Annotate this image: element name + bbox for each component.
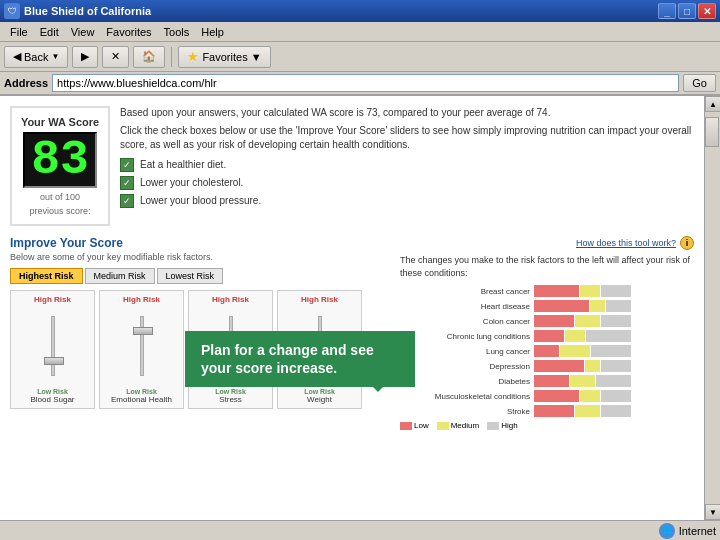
chart-row: Heart disease	[400, 300, 694, 312]
chart-label: Chronic lung conditions	[400, 332, 530, 341]
chart-bar-container	[534, 300, 631, 312]
chart-bar-container	[534, 330, 631, 342]
forward-button[interactable]: ▶	[72, 46, 98, 68]
check-icon-2: ✓	[120, 176, 134, 190]
card-title-4: High Risk	[280, 295, 359, 304]
scroll-thumb[interactable]	[705, 117, 719, 147]
bar-high-segment	[586, 330, 631, 342]
chart-legend: Low Medium High	[400, 421, 694, 430]
refresh-button[interactable]: ✕	[102, 46, 129, 68]
card-bottom-3: Low Risk	[191, 388, 270, 395]
bar-high-segment	[596, 375, 631, 387]
chart-bar-container	[534, 315, 631, 327]
bar-high-segment	[601, 405, 631, 417]
legend-low: Low	[400, 421, 429, 430]
score-section-title: Your WA Score	[20, 116, 100, 128]
how-does-link[interactable]: How does this tool work?	[576, 238, 676, 248]
tab-highest-risk[interactable]: Highest Risk	[10, 268, 83, 284]
card-bottom-4: Low Risk	[280, 388, 359, 395]
menu-favorites[interactable]: Favorites	[100, 24, 157, 40]
score-desc-2: Click the check boxes below or use the '…	[120, 124, 694, 152]
chart-label: Colon cancer	[400, 317, 530, 326]
check-label-2[interactable]: Lower your cholesterol.	[140, 176, 243, 190]
tab-lowest-risk[interactable]: Lowest Risk	[157, 268, 224, 284]
bar-high-segment	[591, 345, 631, 357]
slider-thumb-1[interactable]	[44, 357, 64, 365]
favorites-dropdown-icon: ▼	[251, 51, 262, 63]
tab-medium-risk[interactable]: Medium Risk	[85, 268, 155, 284]
slider-track-1	[51, 316, 55, 376]
card-label-3: Stress	[191, 395, 270, 404]
legend-medium: Medium	[437, 421, 479, 430]
chart-row: Depression	[400, 360, 694, 372]
slider-container-2	[102, 306, 181, 386]
bar-high-segment	[601, 285, 631, 297]
chart-bar-container	[534, 345, 631, 357]
check-label-1[interactable]: Eat a healthier diet.	[140, 158, 226, 172]
go-button[interactable]: Go	[683, 74, 716, 92]
back-arrow-icon: ◀	[13, 50, 21, 63]
bar-med-segment	[575, 405, 600, 417]
chart-row: Diabetes	[400, 375, 694, 387]
legend-low-label: Low	[414, 421, 429, 430]
menu-help[interactable]: Help	[195, 24, 230, 40]
card-title-1: High Risk	[13, 295, 92, 304]
bar-high-segment	[601, 315, 631, 327]
slider-thumb-2[interactable]	[133, 327, 153, 335]
check-label-3[interactable]: Lower your blood pressure.	[140, 194, 261, 208]
menu-view[interactable]: View	[65, 24, 101, 40]
chart-label: Depression	[400, 362, 530, 371]
bar-high-segment	[601, 360, 631, 372]
card-label-1: Blood Sugar	[13, 395, 92, 404]
status-bar: 🌐 Internet	[0, 520, 720, 540]
home-button[interactable]: 🏠	[133, 46, 165, 68]
scroll-up-button[interactable]: ▲	[705, 96, 720, 112]
address-label: Address	[4, 77, 48, 89]
bar-med-segment	[560, 345, 590, 357]
dropdown-arrow-icon: ▼	[51, 52, 59, 61]
address-input[interactable]	[52, 74, 679, 92]
address-bar: Address Go	[0, 72, 720, 96]
bar-med-segment	[570, 375, 595, 387]
bar-med-segment	[590, 300, 605, 312]
maximize-button[interactable]: □	[678, 3, 696, 19]
check-item-2: ✓ Lower your cholesterol.	[120, 176, 694, 190]
chart-label: Diabetes	[400, 377, 530, 386]
info-icon[interactable]: i	[680, 236, 694, 250]
bar-med-segment	[585, 360, 600, 372]
bar-low-segment	[534, 285, 579, 297]
zone-label: Internet	[679, 525, 716, 537]
chart-label: Lung cancer	[400, 347, 530, 356]
status-right: 🌐 Internet	[659, 523, 716, 539]
scroll-down-button[interactable]: ▼	[705, 504, 720, 520]
chart-row: Colon cancer	[400, 315, 694, 327]
menu-edit[interactable]: Edit	[34, 24, 65, 40]
bar-low-segment	[534, 360, 584, 372]
legend-low-color	[400, 422, 412, 430]
card-label-4: Weight	[280, 395, 359, 404]
favorites-button[interactable]: ★ Favorites ▼	[178, 46, 270, 68]
chart-bar-container	[534, 405, 631, 417]
toolbar-separator	[171, 47, 172, 67]
legend-high-color	[487, 422, 499, 430]
back-button[interactable]: ◀ Back ▼	[4, 46, 68, 68]
chart-row: Chronic lung conditions	[400, 330, 694, 342]
health-chart: Breast cancerHeart diseaseColon cancerCh…	[400, 285, 694, 430]
bar-low-segment	[534, 300, 589, 312]
close-button[interactable]: ✕	[698, 3, 716, 19]
tooltip-callout: Plan for a change and see your score inc…	[185, 331, 415, 387]
scrollbar: ▲ ▼	[704, 96, 720, 520]
forward-arrow-icon: ▶	[81, 50, 89, 63]
card-title-2: High Risk	[102, 295, 181, 304]
menu-tools[interactable]: Tools	[158, 24, 196, 40]
slider-container-1	[13, 306, 92, 386]
card-title-3: High Risk	[191, 295, 270, 304]
risk-tabs: Highest Risk Medium Risk Lowest Risk	[10, 268, 390, 284]
card-bottom-1: Low Risk	[13, 388, 92, 395]
bar-low-segment	[534, 345, 559, 357]
minimize-button[interactable]: _	[658, 3, 676, 19]
bar-low-segment	[534, 330, 564, 342]
chart-label: Musculoskeletal conditions	[400, 392, 530, 401]
previous-score-label: previous score:	[20, 206, 100, 216]
menu-file[interactable]: File	[4, 24, 34, 40]
